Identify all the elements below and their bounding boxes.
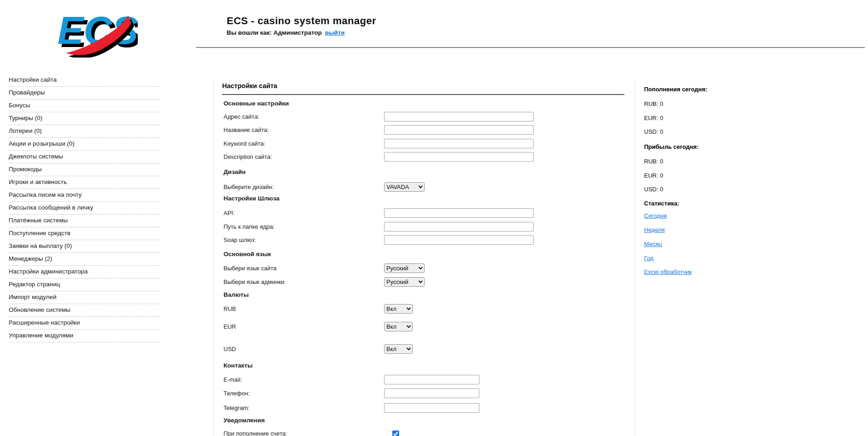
stat-link-excel-row: Excel обработчик — [644, 268, 692, 275]
form-row-api: API: — [214, 208, 634, 219]
amount: 0 — [660, 172, 663, 179]
section-heading-contacts: Контакты — [223, 362, 253, 369]
ecs-logo[interactable]: ECS ECS — [51, 5, 138, 58]
rub-label: RUB — [223, 305, 236, 312]
amount: 0 — [660, 128, 663, 135]
site-keyword-input[interactable] — [384, 139, 534, 148]
form-row-email: E-mail: — [214, 375, 634, 386]
sidebar-item-system-update[interactable]: Обновление системы — [9, 304, 161, 317]
profit-rub-value: RUB: 0 — [644, 158, 663, 165]
stat-link-week[interactable]: Неделя — [644, 226, 665, 233]
telegram-label: Telegram: — [223, 404, 249, 411]
eur-toggle-select[interactable]: Вкл — [384, 322, 413, 331]
soap-gateway-input[interactable] — [384, 235, 534, 245]
form-row-deposit-notify: При пополнение счета: — [214, 429, 634, 436]
section-heading-gateway: Настройки Шлюза — [223, 195, 280, 202]
login-status: Вы вошли как: Администраторвыйти — [227, 29, 344, 36]
sidebar-item-managers[interactable]: Менеджеры (2) — [9, 253, 161, 266]
sidebar-menu: Настройки сайта Провайдеры Бонусы Турнир… — [9, 74, 161, 342]
currency-label: EUR: — [644, 172, 658, 179]
form-row-telegram: Telegram: — [214, 403, 634, 414]
deposits-eur-value: EUR: 0 — [644, 115, 663, 121]
form-row-rub: RUB Вкл — [214, 304, 634, 315]
sidebar-item-promotions-raffles[interactable]: Акции и розыгрыши (0) — [9, 138, 161, 151]
ecs-logo-graphic: ECS ECS — [51, 5, 138, 58]
sidebar-item-pm-mailing[interactable]: Рассылка сообщений в личку — [9, 202, 161, 215]
panel-title: Настройки сайта — [222, 82, 277, 89]
form-row-site-keyword: Keyword сайта: — [214, 139, 634, 150]
stat-link-year[interactable]: Год — [644, 255, 654, 262]
site-settings-panel: Настройки сайта Основные настройки Адрес… — [213, 79, 635, 436]
sidebar-item-bonuses[interactable]: Бонусы — [9, 100, 161, 112]
title-underline — [222, 94, 624, 95]
form-row-usd: USD Вкл — [214, 344, 634, 355]
phone-label: Телефон: — [223, 390, 250, 397]
currency-label: USD: — [644, 186, 658, 193]
header-divider — [196, 47, 865, 48]
form-row-admin-language: Выбери язык админки Русский — [214, 277, 634, 288]
email-input[interactable] — [384, 375, 479, 384]
admin-page: ECS ECS ECS - casino system manager Вы в… — [0, 0, 868, 436]
phone-input[interactable] — [384, 389, 479, 398]
api-input[interactable] — [384, 208, 534, 218]
page-title: ECS - casino system manager — [227, 15, 376, 27]
admin-language-select[interactable]: Русский — [384, 277, 425, 287]
sidebar-item-site-settings[interactable]: Настройки сайта — [9, 74, 161, 87]
sidebar-item-tournaments[interactable]: Турниры (0) — [9, 112, 161, 125]
form-row-phone: Телефон: — [214, 389, 634, 399]
sidebar-item-incoming-funds[interactable]: Поступление средств — [9, 227, 161, 240]
sidebar-item-payment-systems[interactable]: Платёжные системы — [9, 215, 161, 227]
stat-link-month-row: Месяц — [644, 241, 662, 247]
profit-today-heading: Прибыль сегодня: — [644, 143, 699, 150]
logout-link[interactable]: выйти — [325, 29, 344, 36]
stat-link-year-row: Год — [644, 255, 654, 262]
sidebar-item-email-mailing[interactable]: Рассылка писем на почту — [9, 189, 161, 202]
form-row-core-path: Путь к папке ядра: — [214, 222, 634, 233]
deposit-notify-label: При пополнение счета: — [223, 430, 287, 436]
currency-label: RUB: — [644, 158, 658, 165]
site-keyword-label: Keyword сайта: — [223, 140, 265, 147]
form-row-site-language: Выбери язык сайта Русский — [214, 263, 634, 274]
stat-link-today-row: Сегодня — [644, 212, 667, 219]
sidebar-item-module-management[interactable]: Управление модулями — [9, 330, 161, 342]
design-select[interactable]: VAVADA — [384, 182, 425, 192]
sidebar-item-promocodes[interactable]: Промокоды — [9, 163, 161, 176]
sidebar-item-admin-settings[interactable]: Настройки администратора — [9, 266, 161, 278]
section-heading-notifications: Уведомления — [223, 417, 265, 424]
site-language-select[interactable]: Русский — [384, 263, 425, 273]
deposits-rub-value: RUB: 0 — [644, 100, 663, 107]
core-path-input[interactable] — [384, 222, 534, 231]
sidebar-item-system-jackpots[interactable]: Джекпоты системы — [9, 151, 161, 163]
rub-toggle-select[interactable]: Вкл — [384, 304, 413, 314]
sidebar-item-providers[interactable]: Провайдеры — [9, 87, 161, 100]
telegram-input[interactable] — [384, 403, 479, 413]
site-address-label: Адрес сайта: — [223, 113, 259, 120]
sidebar-item-module-import[interactable]: Импорт модулей — [9, 291, 161, 304]
amount: 0 — [660, 115, 663, 121]
amount: 0 — [660, 186, 663, 193]
sidebar-item-payout-requests[interactable]: Заявки на выплату (0) — [9, 240, 161, 253]
stat-link-excel[interactable]: Excel обработчик — [644, 268, 692, 275]
site-description-input[interactable] — [384, 152, 534, 162]
sidebar-item-players-activity[interactable]: Игроки и активность — [9, 176, 161, 189]
sidebar-item-page-editor[interactable]: Редактор страниц — [9, 278, 161, 291]
deposits-today-heading: Пополнения сегодня: — [644, 86, 707, 93]
form-row-design: Выберите дизайн: VAVADA — [214, 182, 634, 193]
form-row-site-address: Адрес сайта: — [214, 112, 634, 123]
profit-usd-value: USD: 0 — [644, 186, 663, 193]
currency-label: USD: — [644, 128, 658, 135]
stat-link-today[interactable]: Сегодня — [644, 212, 667, 219]
deposit-notify-checkbox[interactable] — [392, 431, 399, 436]
stat-link-month[interactable]: Месяц — [644, 241, 662, 247]
admin-language-label: Выбери язык админки — [223, 278, 284, 285]
site-address-input[interactable] — [384, 112, 534, 121]
sidebar-item-advanced-settings[interactable]: Расширенные настройки — [9, 317, 161, 330]
sidebar-item-lotteries[interactable]: Лотереи (0) — [9, 125, 161, 138]
usd-toggle-select[interactable]: Вкл — [384, 344, 413, 354]
email-label: E-mail: — [223, 376, 242, 383]
section-heading-basic: Основные настройки — [223, 100, 289, 107]
site-name-input[interactable] — [384, 125, 534, 135]
design-label: Выберите дизайн: — [223, 184, 274, 190]
deposits-usd-value: USD: 0 — [644, 128, 663, 135]
form-row-site-description: Description сайта: — [214, 152, 634, 163]
